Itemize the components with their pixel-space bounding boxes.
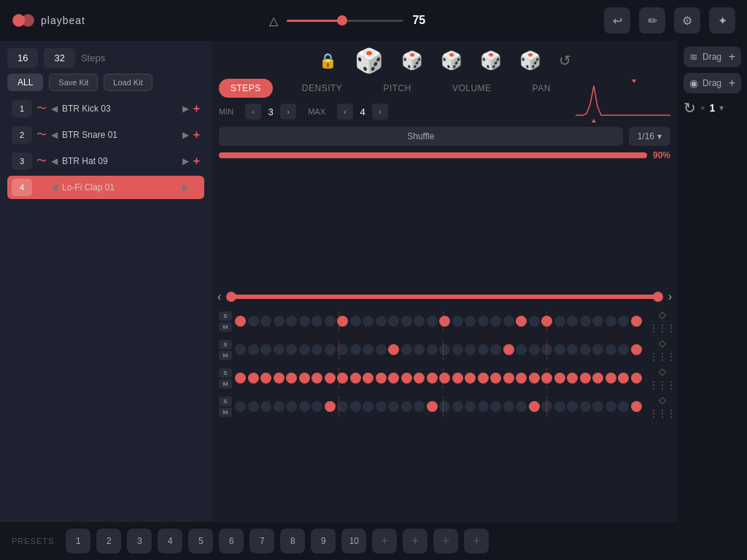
beat-2-20[interactable] <box>478 344 489 355</box>
track-4-m-btn[interactable]: M <box>219 408 232 417</box>
beat-3-13[interactable] <box>388 373 399 384</box>
beat-2-27[interactable] <box>567 344 578 355</box>
beat-1-16[interactable] <box>427 316 438 327</box>
track-item-4[interactable]: 4 〜 ◀ Lo-Fi Clap 01 ▶ + <box>7 176 204 199</box>
beat-4-16[interactable] <box>427 401 438 412</box>
save-kit-button[interactable]: Save Kit <box>49 74 98 91</box>
track-2-erase-icon[interactable]: ◇ <box>659 338 666 349</box>
beat-2-19[interactable] <box>465 344 476 355</box>
max-next-button[interactable]: › <box>372 104 388 120</box>
beat-2-26[interactable] <box>554 344 565 355</box>
min-prev-button[interactable]: ‹ <box>245 104 261 120</box>
beat-3-19[interactable] <box>465 373 476 384</box>
beat-3-7[interactable] <box>311 373 322 384</box>
beat-2-5[interactable] <box>286 344 297 355</box>
beat-3-1[interactable] <box>235 373 246 384</box>
tab-volume[interactable]: VOLUME <box>441 79 503 98</box>
dice-3-icon[interactable]: 🎲 <box>441 50 462 71</box>
preset-8-button[interactable]: 8 <box>280 529 305 553</box>
beat-4-26[interactable] <box>554 401 565 412</box>
preset-7-button[interactable]: 7 <box>249 529 274 553</box>
max-prev-button[interactable]: ‹ <box>337 104 353 120</box>
dice-active-icon[interactable]: 🎲 <box>355 47 384 74</box>
track-4-s-btn[interactable]: S <box>219 397 232 406</box>
beat-1-10[interactable] <box>350 316 361 327</box>
beat-4-31[interactable] <box>618 401 629 412</box>
beat-1-2[interactable] <box>248 316 259 327</box>
track-3-dots-icon[interactable]: ⋮⋮⋮ <box>649 380 676 390</box>
beat-3-24[interactable] <box>529 373 540 384</box>
beat-3-5[interactable] <box>286 373 297 384</box>
preset-4-button[interactable]: 4 <box>158 529 182 553</box>
track-add-4[interactable]: + <box>193 181 200 194</box>
beat-4-18[interactable] <box>452 401 463 412</box>
pencil-button[interactable]: ✏ <box>639 7 665 34</box>
beat-4-11[interactable] <box>363 401 374 412</box>
dice-4-icon[interactable]: 🎲 <box>480 50 502 71</box>
beat-1-13[interactable] <box>388 316 399 327</box>
beat-3-29[interactable] <box>592 373 603 384</box>
beat-4-19[interactable] <box>465 401 476 412</box>
beat-2-4[interactable] <box>274 344 285 355</box>
beat-1-15[interactable] <box>414 316 425 327</box>
beat-2-16[interactable] <box>427 344 438 355</box>
beat-2-18[interactable] <box>452 344 463 355</box>
undo-button[interactable]: ↩ <box>604 7 630 34</box>
progress-bar-track[interactable] <box>219 152 647 158</box>
track-item-1[interactable]: 1 〜 ◀ BTR Kick 03 ▶ + <box>7 97 204 120</box>
tempo-slider[interactable] <box>287 20 403 22</box>
beat-4-32[interactable] <box>631 401 642 412</box>
beat-2-15[interactable] <box>414 344 425 355</box>
preset-2-button[interactable]: 2 <box>96 529 121 553</box>
preset-10-button[interactable]: 10 <box>341 529 366 553</box>
track-prev-2[interactable]: ◀ <box>51 130 58 140</box>
beat-2-8[interactable] <box>325 344 336 355</box>
track-3-s-btn[interactable]: S <box>219 368 232 378</box>
beat-4-15[interactable] <box>414 401 425 412</box>
timing-button[interactable]: 1/16 ▾ <box>629 127 670 146</box>
beat-1-22[interactable] <box>503 316 514 327</box>
loop-down-button[interactable]: ▾ <box>719 103 724 113</box>
load-kit-button[interactable]: Load Kit <box>104 74 152 91</box>
play-icon[interactable]: △ <box>269 14 278 28</box>
beat-4-1[interactable] <box>235 401 246 412</box>
beat-4-2[interactable] <box>248 401 259 412</box>
beat-1-5[interactable] <box>286 316 297 327</box>
beat-3-20[interactable] <box>478 373 489 384</box>
steps-16-button[interactable]: 16 <box>7 48 38 68</box>
drag-plus-2[interactable]: + <box>729 77 735 90</box>
dice-2-icon[interactable]: 🎲 <box>401 50 423 71</box>
beat-3-18[interactable] <box>452 373 463 384</box>
beat-1-29[interactable] <box>592 316 603 327</box>
track-next-2[interactable]: ▶ <box>182 130 189 140</box>
beat-2-3[interactable] <box>260 344 271 355</box>
reset-icon[interactable]: ↺ <box>559 52 571 69</box>
track-next-4[interactable]: ▶ <box>182 182 189 192</box>
beat-4-21[interactable] <box>490 401 501 412</box>
beat-4-6[interactable] <box>299 401 310 412</box>
beat-4-24[interactable] <box>529 401 540 412</box>
beat-1-1[interactable] <box>235 316 246 327</box>
beat-4-4[interactable] <box>274 401 285 412</box>
beat-2-17[interactable] <box>439 344 450 355</box>
beat-3-23[interactable] <box>516 373 527 384</box>
track-prev-4[interactable]: ◀ <box>51 182 58 192</box>
beat-3-4[interactable] <box>274 373 285 384</box>
beat-2-24[interactable] <box>529 344 540 355</box>
beat-4-8[interactable] <box>325 401 336 412</box>
beat-1-11[interactable] <box>363 316 374 327</box>
track-add-2[interactable]: + <box>193 128 200 141</box>
beat-3-28[interactable] <box>580 373 591 384</box>
beat-2-7[interactable] <box>311 344 322 355</box>
beat-2-21[interactable] <box>490 344 501 355</box>
beat-1-4[interactable] <box>274 316 285 327</box>
track-add-1[interactable]: + <box>193 102 200 115</box>
wand-button[interactable]: ✦ <box>709 7 735 34</box>
beat-4-27[interactable] <box>567 401 578 412</box>
beat-2-28[interactable] <box>580 344 591 355</box>
preset-add-4-button[interactable]: + <box>464 529 489 553</box>
track-1-m-btn[interactable]: M <box>219 322 232 332</box>
track-add-3[interactable]: + <box>193 155 200 168</box>
beat-4-3[interactable] <box>260 401 271 412</box>
drag-plus-1[interactable]: + <box>729 50 735 63</box>
